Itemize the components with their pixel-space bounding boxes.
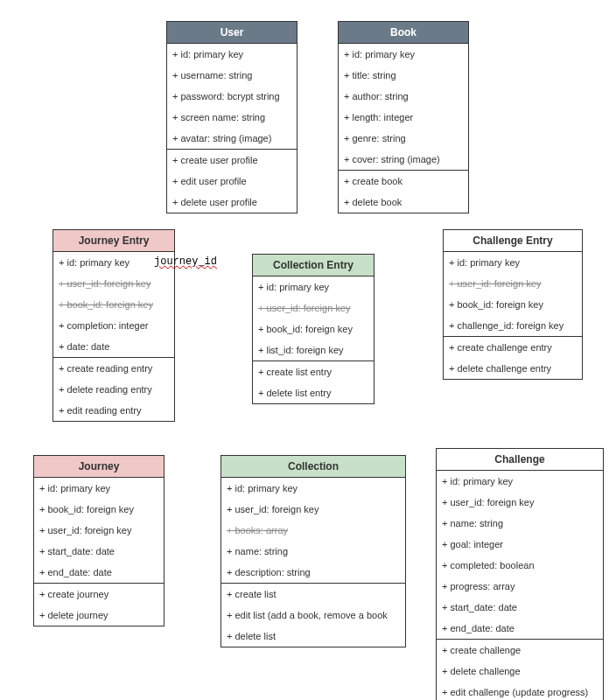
class-title-book: Book — [339, 22, 468, 44]
class-title-collection: Collection — [221, 456, 405, 478]
attrs-challenge-entry: + id: primary key + user_id: foreign key… — [444, 252, 582, 337]
attr: + username: string — [167, 65, 297, 86]
attr: + progress: array — [437, 576, 603, 597]
ops-user: + create user profile + edit user profil… — [167, 150, 297, 213]
attrs-book: + id: primary key + title: string + auth… — [339, 44, 468, 171]
attr: + id: primary key — [34, 478, 164, 499]
attr: + book_id: foreign key — [34, 499, 164, 520]
class-journey: Journey + id: primary key + book_id: for… — [33, 455, 164, 626]
op: + create book — [339, 171, 468, 192]
ops-journey-entry: + create reading entry + delete reading … — [53, 358, 174, 421]
attr: + start_date: date — [437, 597, 603, 618]
op: + edit reading entry — [53, 400, 174, 421]
attr: + password: bcrypt string — [167, 86, 297, 107]
annotation-journey-id: journey_id — [154, 256, 217, 268]
attr-strike: + user_id: foreign key — [444, 273, 582, 294]
attr-strike: + books: array — [221, 520, 405, 541]
attr: + end_date: date — [437, 618, 603, 639]
op: + delete challenge — [437, 661, 603, 682]
attrs-collection: + id: primary key + user_id: foreign key… — [221, 478, 405, 584]
attr: + description: string — [221, 562, 405, 583]
class-title-challenge: Challenge — [437, 449, 603, 471]
attrs-challenge: + id: primary key + user_id: foreign key… — [437, 471, 603, 640]
attr: + end_date: date — [34, 562, 164, 583]
op: + delete reading entry — [53, 379, 174, 400]
class-title-challenge-entry: Challenge Entry — [444, 230, 582, 252]
op: + create journey — [34, 584, 164, 605]
attr: + genre: string — [339, 128, 468, 149]
attr: + list_id: foreign key — [253, 340, 374, 360]
attrs-journey: + id: primary key + book_id: foreign key… — [34, 478, 164, 584]
class-title-user: User — [167, 22, 297, 44]
attr: + user_id: foreign key — [34, 520, 164, 541]
attrs-journey-entry: + id: primary key + user_id: foreign key… — [53, 252, 174, 358]
op: + delete list — [221, 626, 405, 647]
ops-challenge-entry: + create challenge entry + delete challe… — [444, 337, 582, 379]
attr: + goal: integer — [437, 534, 603, 555]
op: + create challenge entry — [444, 337, 582, 358]
class-user: User + id: primary key + username: strin… — [166, 21, 298, 214]
attr: + id: primary key — [167, 44, 297, 65]
attr: + avatar: string (image) — [167, 128, 297, 149]
attr-strike: + user_id: foreign key — [53, 273, 174, 294]
attrs-user: + id: primary key + username: string + p… — [167, 44, 297, 150]
attr: + book_id: foreign key — [253, 318, 374, 340]
op: + edit challenge (update progress) — [437, 682, 603, 700]
op: + delete book — [339, 192, 468, 213]
class-challenge: Challenge + id: primary key + user_id: f… — [436, 448, 604, 700]
attr: + completion: integer — [53, 315, 174, 336]
attr-strike: + book_id: foreign key — [53, 294, 174, 315]
op: + create user profile — [167, 150, 297, 171]
attr: + screen name: string — [167, 107, 297, 128]
attr: + challenge_id: foreign key — [444, 315, 582, 336]
ops-collection-entry: + create list entry + delete list entry — [253, 361, 374, 403]
attr: + id: primary key — [437, 471, 603, 492]
op: + delete journey — [34, 605, 164, 626]
attr: + name: string — [437, 513, 603, 534]
ops-journey: + create journey + delete journey — [34, 584, 164, 626]
op: + delete user profile — [167, 192, 297, 213]
attr: + completed: boolean — [437, 555, 603, 576]
attr: + book_id: foreign key — [444, 294, 582, 315]
attr: + id: primary key — [221, 478, 405, 499]
class-collection-entry: Collection Entry + id: primary key + use… — [252, 254, 374, 404]
attr: + id: primary key — [444, 252, 582, 273]
attr: + user_id: foreign key — [437, 492, 603, 513]
ops-challenge: + create challenge + delete challenge + … — [437, 640, 603, 700]
ops-book: + create book + delete book — [339, 171, 468, 213]
class-title-collection-entry: Collection Entry — [253, 255, 374, 276]
attr: + length: integer — [339, 107, 468, 128]
op: + edit list (add a book, remove a book — [221, 605, 405, 626]
attr: + user_id: foreign key — [221, 499, 405, 520]
class-challenge-entry: Challenge Entry + id: primary key + user… — [443, 229, 583, 380]
attr: + id: primary key — [339, 44, 468, 65]
attr: + cover: string (image) — [339, 149, 468, 170]
attr: + id: primary key — [253, 276, 374, 298]
op: + delete list entry — [253, 382, 374, 403]
op: + create list — [221, 584, 405, 605]
op: + create challenge — [437, 640, 603, 661]
attr: + name: string — [221, 541, 405, 562]
op: + create reading entry — [53, 358, 174, 379]
attr: + title: string — [339, 65, 468, 86]
attrs-collection-entry: + id: primary key + user_id: foreign key… — [253, 276, 374, 361]
class-title-journey: Journey — [34, 456, 164, 478]
class-collection: Collection + id: primary key + user_id: … — [220, 455, 406, 648]
op: + edit user profile — [167, 171, 297, 192]
attr-strike: + user_id: foreign key — [253, 298, 374, 318]
class-title-journey-entry: Journey Entry — [53, 230, 174, 252]
class-book: Book + id: primary key + title: string +… — [338, 21, 469, 214]
attr: + date: date — [53, 336, 174, 357]
op: + create list entry — [253, 361, 374, 382]
op: + delete challenge entry — [444, 358, 582, 379]
attr: + start_date: date — [34, 541, 164, 562]
ops-collection: + create list + edit list (add a book, r… — [221, 584, 405, 647]
attr: + author: string — [339, 86, 468, 107]
